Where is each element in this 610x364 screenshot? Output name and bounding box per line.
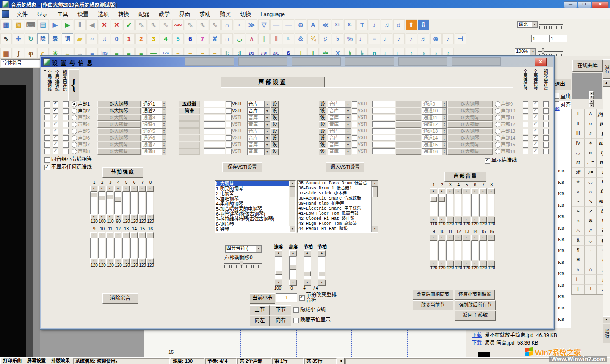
voice-cb-b[interactable]: ✓ <box>533 122 538 127</box>
slider-up-icon[interactable]: ▲ <box>488 188 495 194</box>
instrument-item[interactable]: 8-钢片琴 <box>216 222 289 227</box>
bank-combo[interactable]: 音库▼ <box>328 128 351 135</box>
no-beam-checkbox[interactable]: ✓ <box>44 165 50 170</box>
forward-icon[interactable]: ≫ <box>246 19 257 30</box>
open-icon[interactable]: ▧ <box>13 19 24 30</box>
slider-up-icon[interactable]: ▲ <box>438 235 446 241</box>
instrument-item[interactable]: 2-电钢琴 <box>216 191 289 196</box>
slider-thumb[interactable] <box>304 271 311 276</box>
slider-up-icon[interactable]: ▲ <box>98 232 105 238</box>
volume-slider[interactable]: ▲▼ <box>114 186 121 220</box>
slider-up-icon[interactable]: ▲ <box>304 250 311 256</box>
mini-slider[interactable]: ▲▼ <box>304 250 311 286</box>
volume-slider[interactable]: ▲▼ <box>122 232 130 264</box>
voice-radio[interactable] <box>495 135 500 141</box>
channel-combo[interactable]: 通道7▲▼ <box>142 142 166 148</box>
slider-up-icon[interactable]: ▲ <box>289 250 297 256</box>
slider-down-icon[interactable]: ▼ <box>304 280 311 286</box>
voice-cb-a[interactable] <box>44 108 50 114</box>
voice-cb-a[interactable] <box>523 142 528 148</box>
palette-symbol[interactable]: IV <box>572 139 585 148</box>
voice-instrument-button[interactable]: 0-大钢琴 <box>97 128 141 134</box>
slider-up-icon[interactable]: ▲ <box>455 235 462 241</box>
menu-item-9[interactable]: 求助 <box>195 11 215 17</box>
voice-radio[interactable] <box>495 101 500 107</box>
bank-combo[interactable]: 音库▼ <box>328 135 351 142</box>
palette-symbol[interactable]: Λ <box>585 109 597 119</box>
voice-cb-c[interactable] <box>63 129 69 134</box>
voice-input[interactable] <box>204 128 225 134</box>
clef-icon[interactable]: & <box>295 33 306 44</box>
move-left-button[interactable]: 向左 <box>250 316 270 326</box>
cursor-play-icon[interactable]: ⇖ <box>209 19 221 30</box>
palette-symbol[interactable]: · <box>585 246 597 255</box>
set-button[interactable]: 设 <box>319 148 326 155</box>
channel-combo[interactable]: 通道3▲▼ <box>142 115 166 121</box>
voice-cb-b[interactable]: ✓ <box>53 135 58 141</box>
voice-input[interactable] <box>372 121 395 127</box>
measure-input-1[interactable] <box>531 35 549 42</box>
voice-cb-c[interactable] <box>543 135 549 141</box>
blank-button[interactable] <box>396 128 421 134</box>
palette-symbol[interactable]: o <box>585 119 597 129</box>
voice-instrument-button[interactable]: 0-大钢琴 <box>97 135 141 141</box>
banjo-icon[interactable]: φ <box>25 48 36 58</box>
palette-symbol[interactable]: II <box>572 119 585 129</box>
right-scrollbar-track[interactable] <box>603 87 610 316</box>
bank-combo[interactable]: 音库▼ <box>328 142 351 148</box>
voice-instrument-button[interactable]: 0-大钢琴 <box>447 142 493 148</box>
volume-slider[interactable]: ▲▼ <box>479 235 487 267</box>
scroll-down-icon[interactable]: ▼ <box>372 226 378 232</box>
voice-cb-c[interactable] <box>63 122 69 127</box>
voice-cb-a[interactable] <box>523 122 528 127</box>
voice-cb-a[interactable] <box>523 129 528 134</box>
instrument-item[interactable]: 7-科拉维科特琴(击弦古钢琴) <box>216 216 289 222</box>
bar-double-icon[interactable]: ‖ <box>270 33 282 44</box>
volume-slider[interactable]: ▲▼ <box>146 186 154 220</box>
eraser-icon[interactable]: ▰ <box>74 33 86 44</box>
percussion-item[interactable]: 38-Acoustic Snare 合成蛇鼓 <box>298 196 371 201</box>
voice-instrument-button[interactable]: 0-大钢琴 <box>97 101 141 107</box>
slider-up-icon[interactable]: ▲ <box>446 188 454 194</box>
ghost-note-icon[interactable]: ⊗ <box>430 33 442 44</box>
voice-input[interactable] <box>204 148 225 154</box>
vsti-checkbox[interactable] <box>226 149 232 154</box>
instrument-item[interactable]: 9-钟琴 <box>216 227 289 232</box>
instrument-item[interactable]: 0-大钢琴 <box>216 181 289 186</box>
voice-cb-c[interactable] <box>63 108 69 114</box>
minus-b-icon[interactable]: — <box>283 19 294 30</box>
volume-slider[interactable]: ▲▼ <box>471 188 479 223</box>
set-button[interactable]: 设 <box>319 128 326 135</box>
voice-input[interactable] <box>204 142 225 148</box>
time-sig-icon[interactable]: ¾ <box>307 33 319 44</box>
slider-up-icon[interactable]: ▲ <box>98 186 105 192</box>
pause-icon[interactable]: ‖ <box>74 19 86 30</box>
volume-slider[interactable]: ▲▼ <box>130 186 138 220</box>
voice-cb-a[interactable] <box>44 101 50 107</box>
voice-cb-b[interactable]: ✓ <box>53 142 58 148</box>
play-icon[interactable]: ▶ <box>50 19 61 30</box>
palette-symbol[interactable]: ◡ <box>585 236 597 246</box>
slider-up-icon[interactable]: ▲ <box>114 186 121 192</box>
instrument-item[interactable]: 3-酒吧钢琴 <box>216 196 289 201</box>
octave-up-icon[interactable]: 8+ <box>332 19 343 30</box>
offset-slider[interactable] <box>224 263 262 264</box>
voice-input[interactable] <box>204 101 225 107</box>
slider-thumb[interactable] <box>115 197 121 202</box>
backward-icon[interactable]: ≪ <box>320 19 331 30</box>
palette-symbol[interactable]: ö <box>572 216 585 226</box>
slider-thumb[interactable] <box>318 271 325 276</box>
maximize-button[interactable]: ❐ <box>578 1 591 8</box>
instrument-item[interactable]: 1-明亮的钢琴 <box>216 186 289 191</box>
voice-cb-b[interactable]: ✓ <box>533 129 538 134</box>
delete-measure-icon[interactable]: ✕ <box>111 19 122 30</box>
palette-symbol[interactable]: ✳ <box>572 178 585 187</box>
slider-up-icon[interactable]: ▲ <box>138 186 146 192</box>
slider-thumb[interactable] <box>290 265 296 270</box>
current-measure-button[interactable]: 当前小节 <box>250 293 275 304</box>
channel-combo[interactable]: 通道10▲▼ <box>422 108 447 115</box>
menu-item-11[interactable]: 切换 <box>235 11 256 17</box>
volume-slider[interactable]: ▲▼ <box>479 188 487 223</box>
palette-symbol[interactable]: ≈ <box>572 207 585 216</box>
set-button[interactable]: 设 <box>319 108 326 115</box>
